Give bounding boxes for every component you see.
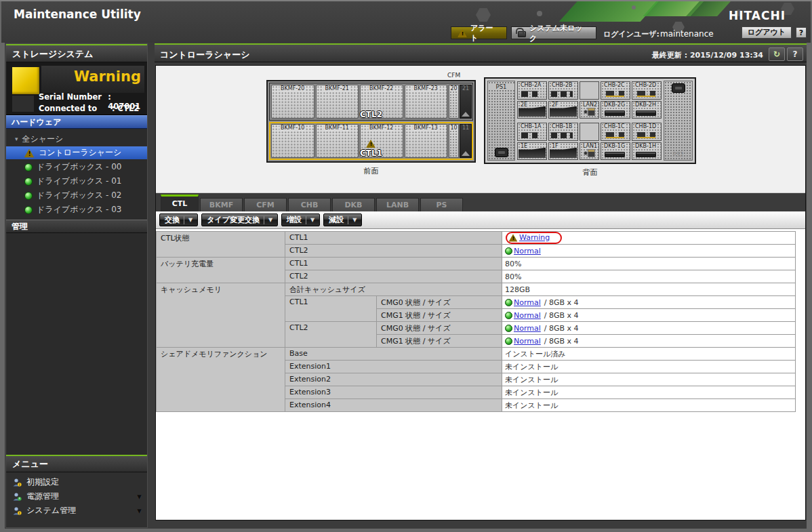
sidebar-item-controller-chassis[interactable]: コントローラシャーシ xyxy=(6,146,147,159)
ctl1-status-link[interactable]: Warning xyxy=(519,233,550,242)
menu-item-initial-setup[interactable]: 初期設定 xyxy=(6,475,147,489)
tab-ctl[interactable]: CTL xyxy=(161,195,199,211)
power-management-icon xyxy=(12,492,22,502)
slot-2e[interactable]: 2E xyxy=(517,101,547,119)
module-bkmf-13[interactable]: BKMF-13 xyxy=(405,124,448,158)
component-tabs: CTL BKMF CFM CHB DKB LANB PS xyxy=(156,193,805,211)
module-lan1[interactable]: LAN1 xyxy=(580,142,599,161)
cmg-status-link[interactable]: Normal xyxy=(514,324,541,333)
ctl2-status-cell: Normal xyxy=(502,245,796,258)
slot-1e[interactable]: 1E xyxy=(517,142,547,161)
sidebar-item-drive-box-02[interactable]: ドライブボックス - 02 xyxy=(6,188,147,203)
cmg-status-link[interactable]: Normal xyxy=(514,298,541,307)
module-chb-1d[interactable]: CHB-1D xyxy=(632,123,662,141)
warning-status-icon xyxy=(25,149,34,157)
add-button[interactable]: 増設▼ xyxy=(281,213,320,226)
sidebar-item-drive-box-01[interactable]: ドライブボックス - 01 xyxy=(6,174,147,188)
expand-arrow-icon[interactable]: ▼ xyxy=(137,508,142,514)
header-decoration xyxy=(643,1,708,16)
tab-cfm[interactable]: CFM xyxy=(244,198,287,211)
system-status-box: Warning Serial Number : 407001 Connected… xyxy=(6,62,147,115)
row-sublabel: 合計キャッシュサイズ xyxy=(285,283,502,296)
refresh-button[interactable]: ↻ xyxy=(769,47,785,61)
warning-icon xyxy=(458,29,466,36)
slot-1f[interactable]: 1F xyxy=(548,142,578,161)
tree-root-all-chassis[interactable]: ▾ 全シャーシ xyxy=(6,132,147,146)
cfm-slot-10[interactable]: 10 xyxy=(449,124,459,158)
module-bkmf-20[interactable]: BKMF-20 xyxy=(271,85,314,119)
last-update: 最終更新 : 2015/12/09 13:34 xyxy=(652,50,763,60)
main-help-button[interactable]: ? xyxy=(787,47,803,61)
replace-button[interactable]: 交換▼ xyxy=(159,213,198,226)
tree-item-label: ドライブボックス - 00 xyxy=(37,161,121,173)
initial-setup-icon xyxy=(12,478,22,487)
ctl2-status-link[interactable]: Normal xyxy=(514,247,541,255)
type-change-replace-button[interactable]: タイプ変更交換▼ xyxy=(201,213,278,226)
module-chb-1c[interactable]: CHB-1C xyxy=(601,123,630,141)
main-titlebar: コントローラシャーシ 最終更新 : 2015/12/09 13:34 ↻ ? xyxy=(155,43,807,62)
hardware-tree: ▾ 全シャーシ コントローラシャーシ ドライブボックス - 00 ドライブボック… xyxy=(6,129,147,218)
slot-2f[interactable]: 2F xyxy=(548,101,578,119)
maintenance-utility-window: Maintenance Utility HITACHI アラート システム未ロッ… xyxy=(0,0,812,532)
empty-slot xyxy=(580,123,599,141)
chassis-diagram-area: CFM BKMF-20 BKMF-21 BKMF-22 BKMF-23 20 2… xyxy=(156,66,805,193)
remove-button[interactable]: 減設▼ xyxy=(323,213,362,226)
module-dkb-1g[interactable]: DKB-1G xyxy=(601,142,630,161)
tab-chb[interactable]: CHB xyxy=(288,198,331,211)
dropdown-arrow-icon: ▼ xyxy=(310,217,314,223)
module-chb-2a[interactable]: CHB-2A xyxy=(517,81,547,100)
cmg-status-link[interactable]: Normal xyxy=(514,311,541,320)
module-bkmf-21[interactable]: BKMF-21 xyxy=(316,85,359,119)
hitachi-logo: HITACHI xyxy=(729,9,786,22)
normal-status-icon xyxy=(24,163,33,171)
module-chb-1a[interactable]: CHB-1A xyxy=(517,123,547,141)
module-bkmf-23[interactable]: BKMF-23 xyxy=(405,85,448,119)
module-dkb-2h[interactable]: DKB-2H xyxy=(632,101,662,119)
module-lan2[interactable]: LAN2 xyxy=(580,101,599,119)
alert-button[interactable]: アラート xyxy=(451,26,507,39)
module-chb-2b[interactable]: CHB-2B xyxy=(548,81,578,100)
cfm-slot-11[interactable]: 11 xyxy=(460,124,472,158)
lock-status-label: システム未ロック xyxy=(529,23,590,43)
normal-status-icon xyxy=(505,325,512,332)
row-sublabel: CTL2 xyxy=(285,270,502,283)
main-content: コントローラシャーシ 最終更新 : 2015/12/09 13:34 ↻ ? C… xyxy=(155,43,807,529)
window-frame xyxy=(807,1,812,532)
tree-item-label: ドライブボックス - 02 xyxy=(37,190,121,201)
power-supply-2[interactable]: PS2 xyxy=(664,81,693,161)
cmg-status-link[interactable]: Normal xyxy=(514,337,541,346)
row-subsublabel: CMG1 状態 / サイズ xyxy=(377,309,502,322)
module-chb-2d[interactable]: CHB-2D xyxy=(632,81,662,100)
tab-lanb[interactable]: LANB xyxy=(376,198,419,211)
sidebar-item-drive-box-00[interactable]: ドライブボックス - 00 xyxy=(6,160,147,174)
tab-bkmf[interactable]: BKMF xyxy=(200,198,243,211)
module-bkmf-11[interactable]: BKMF-11 xyxy=(316,124,359,158)
row-sublabel: Base xyxy=(285,348,502,361)
tab-dkb[interactable]: DKB xyxy=(332,198,375,211)
module-chb-2c[interactable]: CHB-2C xyxy=(601,81,630,100)
menu-item-power-management[interactable]: 電源管理 ▼ xyxy=(6,489,147,504)
module-dkb-2g[interactable]: DKB-2G xyxy=(601,101,630,119)
system-lock-status-button[interactable]: システム未ロック xyxy=(511,26,596,39)
logout-button[interactable]: ログアウト xyxy=(742,26,792,39)
row-sublabel: CTL1 xyxy=(285,258,502,270)
menu-item-system-management[interactable]: システム管理 ▼ xyxy=(6,504,147,518)
tab-ps[interactable]: PS xyxy=(420,198,463,211)
module-chb-1b[interactable]: CHB-1B xyxy=(548,123,578,141)
cmg-status-cell: Normal/ 8GB x 4 xyxy=(502,335,796,348)
module-bkmf-10[interactable]: BKMF-10 xyxy=(271,124,314,158)
cfm-slot-20[interactable]: 20 xyxy=(449,85,459,119)
module-dkb-1h[interactable]: DKB-1H xyxy=(632,142,662,161)
ctl1-label: CTL1 xyxy=(360,148,382,158)
rear-caption: 背面 xyxy=(484,167,696,178)
header-help-button[interactable]: ? xyxy=(796,27,807,38)
cfm-slot-21[interactable]: 21 xyxy=(460,85,472,119)
sidebar-item-drive-box-03[interactable]: ドライブボックス - 03 xyxy=(6,203,147,217)
front-view: BKMF-20 BKMF-21 BKMF-22 BKMF-23 20 21 CT… xyxy=(266,80,476,176)
power-supply-1[interactable]: PS1 xyxy=(487,81,515,161)
ctl1-warning-icon xyxy=(367,140,375,147)
status-square-shadow xyxy=(12,96,34,112)
power-inlet-icon xyxy=(672,83,685,93)
tree-item-label: コントローラシャーシ xyxy=(39,147,121,159)
expand-arrow-icon[interactable]: ▼ xyxy=(137,493,142,500)
